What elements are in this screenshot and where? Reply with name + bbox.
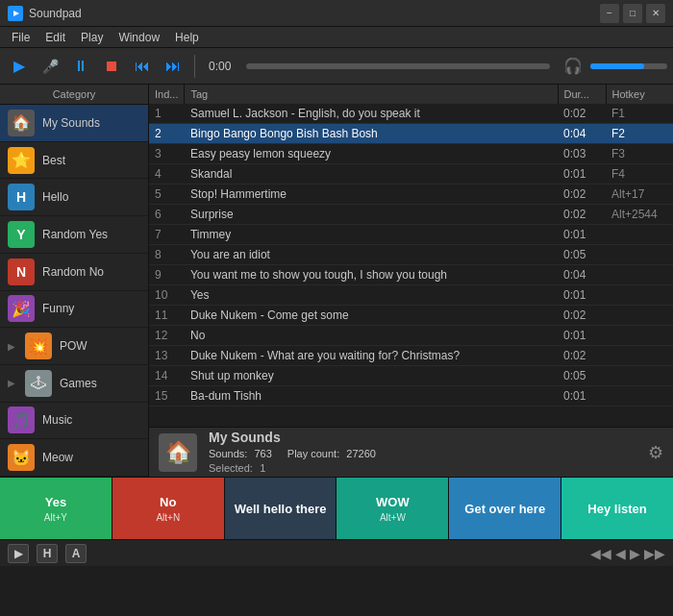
sidebar-header: Category xyxy=(0,85,148,105)
sidebar-item-funny[interactable]: 🎉 Funny xyxy=(0,291,148,329)
cell-tag: Skandal xyxy=(185,164,558,185)
cell-duration: 0:02 xyxy=(558,104,606,124)
games-icon: 🕹 xyxy=(25,370,52,397)
cell-tag: Shut up monkey xyxy=(185,366,558,386)
close-button[interactable]: ✕ xyxy=(646,4,665,23)
meow-icon: 🐱 xyxy=(8,444,35,471)
pow-label: POW xyxy=(60,339,87,353)
table-row[interactable]: 12No0:01 xyxy=(149,326,673,346)
statusbar-h-btn[interactable]: H xyxy=(37,544,58,563)
pow-expand-arrow: ▶ xyxy=(8,341,15,352)
quick-btn-get-over-here[interactable]: Get over here xyxy=(449,478,561,539)
funny-icon: 🎉 xyxy=(8,295,35,322)
menu-play[interactable]: Play xyxy=(73,27,111,48)
sidebar-item-games[interactable]: ▶ 🕹 Games xyxy=(0,365,148,403)
table-row[interactable]: 6Surprise0:02Alt+2544 xyxy=(149,205,673,225)
table-row[interactable]: 15Ba-dum Tishh0:01 xyxy=(149,386,673,407)
cell-hotkey: F4 xyxy=(606,164,673,185)
quick-btn-well-hello-there[interactable]: Well hello there xyxy=(225,478,337,539)
footer-sounds-stat: Sounds: 763 xyxy=(209,448,272,459)
cell-duration: 0:02 xyxy=(558,346,606,366)
sidebar-item-pow[interactable]: ▶ 💥 POW xyxy=(0,328,148,365)
quick-btn-well-hello-there-label: Well hello there xyxy=(235,502,327,516)
menu-bar: File Edit Play Window Help xyxy=(0,27,673,48)
table-row[interactable]: 7Timmey0:01 xyxy=(149,225,673,245)
sound-table-wrapper[interactable]: Ind... Tag Dur... Hotkey 1Samuel L. Jack… xyxy=(149,85,673,427)
nav-next-icon[interactable]: ▶ xyxy=(630,546,640,561)
footer-settings-button[interactable]: ⚙ xyxy=(648,442,663,463)
time-display: 0:00 xyxy=(209,60,231,73)
volume-slider[interactable] xyxy=(590,63,667,69)
sidebar-item-meow[interactable]: 🐱 Meow xyxy=(0,439,148,477)
best-label: Best xyxy=(42,154,65,167)
quick-btn-yes[interactable]: Yes Alt+Y xyxy=(0,478,112,539)
quick-btn-no[interactable]: No Alt+N xyxy=(112,478,225,539)
sidebar-item-random-no[interactable]: N Random No xyxy=(0,254,148,291)
sidebar-item-hello[interactable]: H Hello xyxy=(0,179,148,216)
cell-index: 7 xyxy=(149,225,185,245)
cell-hotkey xyxy=(606,386,673,407)
next-track-button[interactable]: ⏭ xyxy=(160,53,187,80)
pause-button[interactable]: ⏸ xyxy=(67,53,94,80)
minimize-button[interactable]: − xyxy=(600,4,619,23)
cell-duration: 0:01 xyxy=(558,386,606,407)
table-row[interactable]: 3Easy peasy lemon squeezy0:03F3 xyxy=(149,144,673,164)
selected-count: 1 xyxy=(260,462,265,474)
nav-first-icon[interactable]: ◀◀ xyxy=(590,546,611,561)
maximize-button[interactable]: □ xyxy=(623,4,642,23)
cell-hotkey: Alt+17 xyxy=(606,185,673,205)
quick-btn-yes-hotkey: Alt+Y xyxy=(44,512,67,523)
menu-edit[interactable]: Edit xyxy=(37,27,73,48)
menu-window[interactable]: Window xyxy=(111,27,167,48)
cell-tag: No xyxy=(185,326,558,346)
col-header-tag[interactable]: Tag xyxy=(185,85,558,104)
table-row[interactable]: 4Skandal0:01F4 xyxy=(149,164,673,185)
random-no-icon: N xyxy=(8,259,35,285)
prev-track-button[interactable]: ⏮ xyxy=(129,53,156,80)
window-controls: − □ ✕ xyxy=(600,4,665,23)
cell-index: 5 xyxy=(149,185,185,205)
table-row[interactable]: 10Yes0:01 xyxy=(149,285,673,306)
menu-file[interactable]: File xyxy=(4,27,37,48)
cell-hotkey: F1 xyxy=(606,104,673,124)
play-button[interactable]: ▶ xyxy=(6,53,33,80)
menu-help[interactable]: Help xyxy=(167,27,207,48)
sidebar-item-random-yes[interactable]: Y Random Yes xyxy=(0,216,148,254)
table-row[interactable]: 13Duke Nukem - What are you waiting for?… xyxy=(149,346,673,366)
content-area: Ind... Tag Dur... Hotkey 1Samuel L. Jack… xyxy=(149,85,673,477)
table-row[interactable]: 11Duke Nukem - Come get some0:02 xyxy=(149,306,673,326)
table-row[interactable]: 14Shut up monkey0:05 xyxy=(149,366,673,386)
nav-last-icon[interactable]: ▶▶ xyxy=(644,546,665,561)
pow-icon: 💥 xyxy=(25,333,52,359)
cell-hotkey xyxy=(606,366,673,386)
stop-button[interactable]: ⏹ xyxy=(98,53,125,80)
table-row[interactable]: 9You want me to show you tough, I show y… xyxy=(149,265,673,285)
col-header-index[interactable]: Ind... xyxy=(149,85,185,104)
my-sounds-icon: 🏠 xyxy=(8,110,35,136)
quick-btn-wow[interactable]: WOW Alt+W xyxy=(336,478,449,539)
table-row[interactable]: 2Bingo Bango Bongo Bish Bash Bosh0:04F2 xyxy=(149,124,673,144)
col-header-duration[interactable]: Dur... xyxy=(558,85,606,104)
mic-button[interactable]: 🎤 xyxy=(37,53,63,80)
statusbar: ▶ H A ◀◀ ◀ ▶ ▶▶ xyxy=(0,539,673,566)
col-header-hotkey[interactable]: Hotkey xyxy=(606,85,673,104)
hello-icon: H xyxy=(8,184,35,210)
cell-duration: 0:05 xyxy=(558,245,606,265)
table-header-row: Ind... Tag Dur... Hotkey xyxy=(149,85,673,104)
quick-btn-hey-listen[interactable]: Hey listen xyxy=(561,478,673,539)
table-row[interactable]: 8You are an idiot0:05 xyxy=(149,245,673,265)
cell-index: 9 xyxy=(149,265,185,285)
cell-index: 6 xyxy=(149,205,185,225)
nav-prev-icon[interactable]: ◀ xyxy=(615,546,626,561)
statusbar-a-btn[interactable]: A xyxy=(65,544,87,563)
music-label: Music xyxy=(42,413,72,427)
sidebar-item-best[interactable]: ⭐ Best xyxy=(0,142,148,180)
title-bar: Soundpad − □ ✕ xyxy=(0,0,673,27)
main-area: Category 🏠 My Sounds ⭐ Best H Hello Y Ra… xyxy=(0,85,673,477)
progress-bar-container[interactable] xyxy=(246,63,550,69)
statusbar-play-btn[interactable]: ▶ xyxy=(8,544,29,563)
sidebar-item-music[interactable]: 🎵 Music xyxy=(0,403,148,440)
table-row[interactable]: 1Samuel L. Jackson - English, do you spe… xyxy=(149,104,673,124)
sidebar-item-my-sounds[interactable]: 🏠 My Sounds xyxy=(0,105,148,142)
table-row[interactable]: 5Stop! Hammertime0:02Alt+17 xyxy=(149,185,673,205)
